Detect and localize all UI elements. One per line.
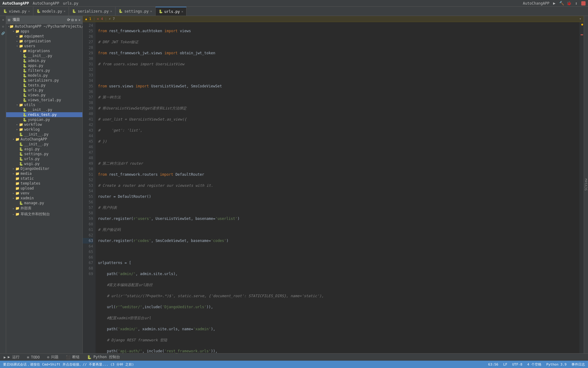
folder-templates[interactable]: 📁 templates: [6, 181, 82, 186]
todo-button[interactable]: ≡ TODO: [26, 355, 41, 359]
file-yunpian[interactable]: 🐍 yunpian.py: [6, 117, 82, 122]
file-views[interactable]: 🐍 views.py: [6, 93, 82, 98]
file-tests[interactable]: 🐍 tests.py: [6, 83, 82, 88]
close-btn[interactable]: [581, 1, 586, 6]
file-urls-root[interactable]: 🐍 urls.py: [6, 156, 82, 161]
tab-views[interactable]: 🐍 views.py ✕: [0, 7, 33, 16]
utils-arrow: ▾: [15, 103, 19, 106]
file-manage[interactable]: 🐍 manage.py: [6, 201, 82, 205]
file-urls[interactable]: 🐍 urls.py: [6, 88, 82, 93]
redis-test-icon: 🐍: [23, 113, 27, 117]
code-line-35: [98, 150, 577, 155]
tab-close-serializers[interactable]: ✕: [110, 10, 112, 13]
python-console-button[interactable]: 🐍 Python 控制台: [86, 355, 121, 360]
code-content[interactable]: from rest_framework.authtoken import vie…: [96, 22, 579, 353]
file-init-apps-label: __init__.py: [24, 132, 48, 136]
code-line-34: # }): [98, 139, 577, 144]
file-apps[interactable]: 🐍 apps.py: [6, 63, 82, 68]
left-icon-1[interactable]: ≡: [1, 17, 6, 22]
code-editor[interactable]: ▲ 1 | ✕ 4 | ⚡ 7 ▾ 2425262728 2930313233 …: [83, 16, 584, 353]
problems-button[interactable]: ⊙ 问题: [46, 355, 60, 360]
folder-migrations[interactable]: ▸ 📁 migrations: [6, 48, 82, 53]
code-line-31: # 将UsersListViewSet的get请求和List方法绑定: [98, 105, 577, 111]
tab-urls[interactable]: 🐍 urls.py ✕: [156, 7, 187, 16]
admin-icon: 🐍: [23, 59, 27, 63]
file-asgi[interactable]: 🐍 asgi.py: [6, 147, 82, 151]
folder-external-libs[interactable]: ▸ 📁 外部库: [6, 205, 82, 211]
folder-upload[interactable]: 📁 upload: [6, 186, 82, 191]
folder-templates-label: templates: [21, 181, 40, 186]
status-event-log[interactable]: 事件日志: [571, 362, 585, 367]
git-btn[interactable]: ↕: [574, 1, 579, 6]
folder-apps[interactable]: ▾ 📁 apps: [6, 29, 82, 34]
code-line-47: #富文本编辑器配置url路径: [98, 282, 577, 288]
folder-autochangapp[interactable]: ▾ 📁 AutoChangAPP: [6, 137, 82, 142]
file-init-root[interactable]: 🐍 __init__.py: [6, 142, 82, 147]
file-wsgi[interactable]: 🐍 wsgi.py: [6, 161, 82, 166]
tab-serializers[interactable]: 🐍 serializers.py ✕: [69, 7, 115, 16]
tab-close-settings[interactable]: ✕: [150, 10, 152, 13]
tab-settings[interactable]: 🐍 settings.py ✕: [115, 7, 156, 16]
project-root[interactable]: ▾ 📁 AutoChangAPP ~/PycharmProjects/AutoC…: [6, 24, 82, 29]
folder-media[interactable]: ▸ 📁 media: [6, 171, 82, 176]
tab-close-views[interactable]: ✕: [28, 10, 30, 13]
workflow-folder-icon: 📁: [19, 123, 23, 127]
tab-label-views: views.py: [9, 9, 27, 13]
folder-static[interactable]: 📁 static: [6, 176, 82, 181]
debug-button[interactable]: ⬛ 断链: [65, 355, 81, 360]
views-icon: 🐍: [23, 93, 27, 97]
file-admin[interactable]: 🐍 admin.py: [6, 58, 82, 63]
file-redis-test[interactable]: 🐍 redis_test.py: [6, 112, 82, 117]
status-lf[interactable]: LF: [503, 362, 507, 367]
left-icon-3[interactable]: 🔗: [1, 31, 6, 36]
folder-organization[interactable]: ▸ 📁 organization: [6, 39, 82, 44]
folder-worklog[interactable]: ▸ 📁 worklog: [6, 127, 82, 132]
folder-equipment[interactable]: ▸ 📁 equipment: [6, 34, 82, 39]
asgi-icon: 🐍: [19, 147, 23, 151]
expand-btn[interactable]: ▾: [579, 17, 581, 21]
tab-close-models[interactable]: ✕: [64, 10, 66, 13]
file-init-apps[interactable]: 🐍 __init__.py: [6, 132, 82, 137]
file-views-torial[interactable]: 🐍 views_torial.py: [6, 98, 82, 102]
file-init-utils[interactable]: 🐍 __init__.py: [6, 107, 82, 112]
folder-drafts[interactable]: ▸ 📁 草稿文件和控制台: [6, 211, 82, 217]
sidebar-sync-icon[interactable]: ⟳: [67, 18, 70, 22]
tab-close-urls[interactable]: ✕: [181, 10, 183, 13]
file-urls-root-label: urls.py: [24, 157, 40, 161]
status-charset[interactable]: UTF-8: [512, 362, 522, 367]
file-init-users[interactable]: 🐍 __init__.py: [6, 53, 82, 58]
run-button[interactable]: ▶ ▶ 运行: [2, 355, 21, 360]
sidebar-collapse-icon[interactable]: ⊟: [71, 18, 74, 22]
file-serializers[interactable]: 🐍 serializers.py: [6, 78, 82, 83]
main-area: ≡ ⊙ 🔗 ⊞ 项目 ⟳ ⊟ ⚙ ✕ ▾ 📁 AutoChangAPP ~/Py…: [0, 16, 588, 353]
status-indent[interactable]: 4 个空格: [527, 362, 541, 367]
code-line-50: #配置xadmin管理后台url: [98, 315, 577, 321]
folder-workflow[interactable]: ▸ 📁 workflow: [6, 122, 82, 127]
scview-panel[interactable]: SCView: [584, 16, 588, 353]
sidebar-gear-icon[interactable]: ⚙: [75, 18, 77, 22]
serializers-icon: 🐍: [23, 79, 27, 82]
debug-btn[interactable]: 🐞: [567, 1, 571, 6]
apps-arrow: ▾: [12, 30, 15, 33]
org-folder-icon: 📁: [19, 39, 23, 43]
folder-users[interactable]: ▾ 📁 users: [6, 44, 82, 48]
status-language[interactable]: Python 3.9: [546, 362, 567, 367]
editor-content: 2425262728 2930313233 3435363738 3940414…: [83, 22, 584, 353]
status-position[interactable]: 63:56: [488, 362, 498, 367]
left-icon-2[interactable]: ⊙: [1, 24, 6, 29]
run-btn[interactable]: ▶: [552, 1, 557, 6]
file-filters[interactable]: 🐍 filters.py: [6, 68, 82, 73]
tab-models[interactable]: 🐍 models.py ✕: [33, 7, 69, 16]
folder-djangoueditor-label: DjangoUeditor: [21, 167, 49, 171]
folder-xadmin[interactable]: ▸ 📁 xadmin: [6, 196, 82, 201]
file-settings[interactable]: 🐍 settings.py: [6, 151, 82, 156]
folder-venv[interactable]: ▸ 📁 venv: [6, 191, 82, 196]
folder-djangoueditor[interactable]: ▸ 📁 DjangoUeditor: [6, 166, 82, 171]
code-line-42: # 用户验证码: [98, 227, 577, 232]
file-models[interactable]: 🐍 models.py: [6, 73, 82, 78]
sep2: |: [105, 17, 107, 21]
folder-utils[interactable]: ▾ 📁 utils: [6, 102, 82, 107]
sidebar-close-icon[interactable]: ✕: [78, 18, 81, 22]
build-btn[interactable]: 🔨: [559, 1, 564, 6]
users-arrow: ▾: [15, 44, 19, 48]
